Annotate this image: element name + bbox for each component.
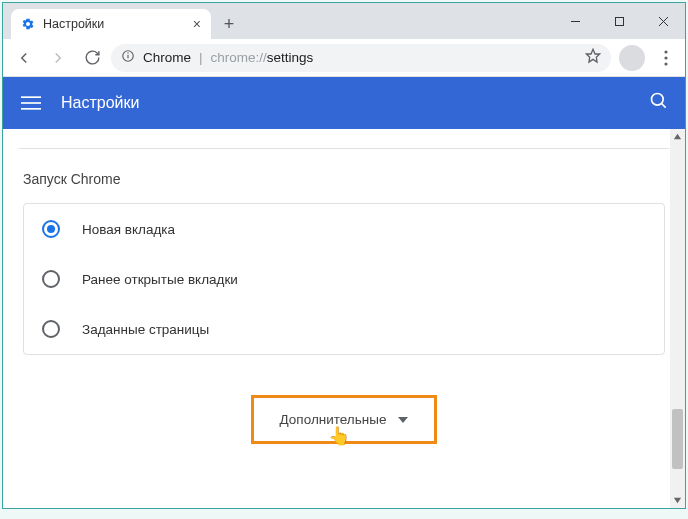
close-window-button[interactable]: [641, 3, 685, 39]
titlebar: Настройки × +: [3, 3, 685, 39]
address-label: Chrome: [143, 50, 191, 65]
advanced-label: Дополнительные: [280, 412, 387, 427]
scroll-up-arrow-icon[interactable]: [670, 129, 685, 144]
forward-button[interactable]: [43, 43, 73, 73]
option-label: Новая вкладка: [82, 222, 175, 237]
svg-point-8: [664, 50, 667, 53]
hamburger-menu-icon[interactable]: [19, 91, 43, 115]
option-new-tab[interactable]: Новая вкладка: [24, 204, 664, 254]
svg-rect-11: [21, 96, 41, 98]
url-scheme: chrome://: [211, 50, 267, 65]
advanced-toggle-button[interactable]: Дополнительные 👆: [251, 395, 438, 444]
bookmark-star-icon[interactable]: [585, 48, 601, 67]
back-button[interactable]: [9, 43, 39, 73]
radio-icon[interactable]: [42, 270, 60, 288]
radio-icon[interactable]: [42, 320, 60, 338]
radio-icon[interactable]: [42, 220, 60, 238]
previous-card-edge: [19, 129, 669, 149]
svg-rect-13: [21, 108, 41, 110]
svg-rect-12: [21, 102, 41, 104]
profile-avatar[interactable]: [619, 45, 645, 71]
option-continue[interactable]: Ранее открытые вкладки: [24, 254, 664, 304]
chevron-down-icon: [398, 417, 408, 423]
option-label: Заданные страницы: [82, 322, 209, 337]
settings-gear-icon: [21, 17, 35, 31]
kebab-menu-icon[interactable]: [653, 50, 679, 66]
svg-point-9: [664, 56, 667, 59]
maximize-button[interactable]: [597, 3, 641, 39]
new-tab-button[interactable]: +: [215, 9, 243, 39]
settings-content: Запуск Chrome Новая вкладка Ранее открыт…: [3, 129, 685, 508]
svg-line-15: [662, 104, 666, 108]
site-info-icon[interactable]: [121, 49, 135, 66]
address-bar[interactable]: Chrome | chrome://settings: [111, 44, 611, 72]
svg-marker-17: [674, 498, 681, 503]
tab-close-icon[interactable]: ×: [193, 17, 201, 31]
browser-tab[interactable]: Настройки ×: [11, 9, 211, 39]
scroll-down-arrow-icon[interactable]: [670, 493, 685, 508]
section-title-startup: Запуск Chrome: [23, 171, 665, 187]
svg-rect-1: [615, 17, 623, 25]
svg-marker-7: [586, 49, 599, 62]
browser-toolbar: Chrome | chrome://settings: [3, 39, 685, 77]
scroll-thumb[interactable]: [672, 409, 683, 469]
option-specific-pages[interactable]: Заданные страницы: [24, 304, 664, 354]
settings-header: Настройки: [3, 77, 685, 129]
svg-point-10: [664, 62, 667, 65]
hand-cursor-icon: 👆: [328, 425, 350, 447]
minimize-button[interactable]: [553, 3, 597, 39]
svg-rect-5: [127, 55, 128, 59]
svg-point-14: [652, 94, 664, 106]
option-label: Ранее открытые вкладки: [82, 272, 238, 287]
search-icon[interactable]: [649, 91, 669, 115]
page-title: Настройки: [61, 94, 139, 112]
tab-title: Настройки: [43, 17, 104, 31]
startup-options-card: Новая вкладка Ранее открытые вкладки Зад…: [23, 203, 665, 355]
url-path: settings: [267, 50, 314, 65]
reload-button[interactable]: [77, 43, 107, 73]
window-controls: [553, 3, 685, 39]
svg-marker-16: [674, 134, 681, 139]
vertical-scrollbar[interactable]: [670, 129, 685, 508]
svg-rect-6: [127, 53, 128, 54]
